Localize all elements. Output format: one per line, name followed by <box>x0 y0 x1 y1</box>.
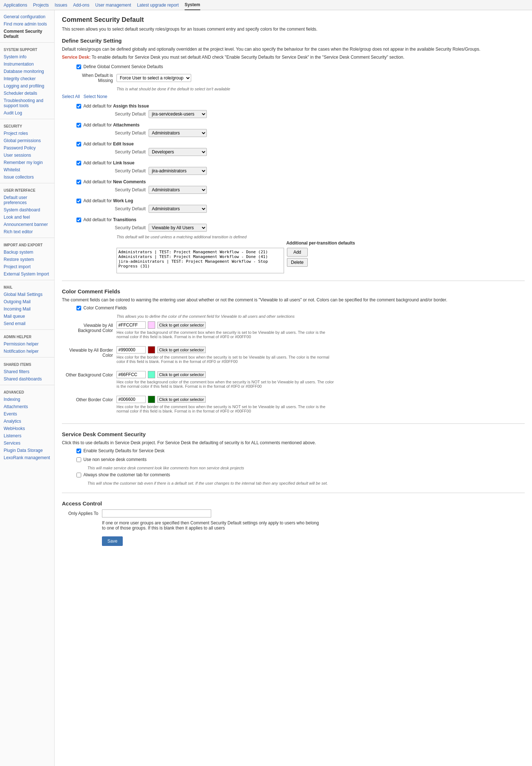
topnav-item-system[interactable]: System <box>185 0 200 10</box>
color-input-2[interactable] <box>117 371 146 378</box>
security-default-select-6[interactable]: Viewable by All Users <box>149 224 207 232</box>
security-item-checkbox-3[interactable] <box>76 161 81 165</box>
security-default-select-4[interactable]: Administrators <box>149 186 207 194</box>
sidebar-section-title: MAIL <box>0 282 54 291</box>
sidebar-divider <box>0 183 54 183</box>
security-item-checkbox-2[interactable] <box>76 142 81 146</box>
color-label-1: Viewable by All Border Color <box>62 346 113 358</box>
sidebar-link-database-monitoring[interactable]: Database monitoring <box>0 68 54 75</box>
select-all-link[interactable]: Select All <box>62 94 80 99</box>
sidebar-link-system-dashboard[interactable]: System dashboard <box>0 206 54 214</box>
color-picker-button-3[interactable]: Click to get color selector <box>157 396 206 403</box>
security-item-4: Add default for New CommentsSecurity Def… <box>62 179 525 194</box>
delete-transition-button[interactable]: Delete <box>287 258 308 267</box>
color-picker-button-2[interactable]: Click to get color selector <box>157 371 206 378</box>
sidebar-link-issue-collectors[interactable]: Issue collectors <box>0 173 54 181</box>
sidebar-link-troubleshooting-and-support-tools[interactable]: Troubleshooting and support tools <box>0 97 54 109</box>
sidebar-link-announcement-banner[interactable]: Announcement banner <box>0 221 54 228</box>
sidebar-link-analytics[interactable]: Analytics <box>0 418 54 425</box>
color-input-0[interactable] <box>117 321 146 329</box>
sidebar-link-user-sessions[interactable]: User sessions <box>0 152 54 159</box>
color-row-2: Other Background ColorClick to get color… <box>62 371 525 391</box>
sidebar-link-instrumentation[interactable]: Instrumentation <box>0 60 54 68</box>
sidebar-link-listeners[interactable]: Listeners <box>0 432 54 439</box>
color-input-3[interactable] <box>117 396 146 403</box>
global-comment-service-defaults-checkbox[interactable] <box>76 65 81 69</box>
sidebar-link-look-and-feel[interactable]: Look and feel <box>0 214 54 221</box>
topnav-item-latest-upgrade-report[interactable]: Latest upgrade report <box>137 0 179 10</box>
service-desk-checkbox-0[interactable] <box>76 449 81 453</box>
sidebar-link-logging-and-profiling[interactable]: Logging and profiling <box>0 82 54 90</box>
service-desk-checkbox-row-1: Use non service desk comments <box>76 457 525 462</box>
security-item-checkbox-5[interactable] <box>76 199 81 203</box>
sidebar-link-external-system-import[interactable]: External System Import <box>0 270 54 278</box>
sidebar-link-notification-helper[interactable]: Notification helper <box>0 348 54 355</box>
sidebar-link-integrity-checker[interactable]: Integrity checker <box>0 75 54 82</box>
sidebar-link-permission-helper[interactable]: Permission helper <box>0 340 54 348</box>
color-picker-button-1[interactable]: Click to get color selector <box>157 347 206 353</box>
select-none-link[interactable]: Select None <box>83 94 107 99</box>
security-default-row-0: Security Defaultjira-servicedesk-users <box>109 110 525 118</box>
sidebar-link-services[interactable]: Services <box>0 439 54 447</box>
sidebar-link-shared-filters[interactable]: Shared filters <box>0 368 54 375</box>
security-default-select-3[interactable]: jira-administrators <box>149 167 207 175</box>
service-desk-checkbox-2[interactable] <box>76 473 81 477</box>
sidebar-link-send-email[interactable]: Send email <box>0 320 54 327</box>
sidebar-link-rich-text-editor[interactable]: Rich text editor <box>0 228 54 235</box>
security-item-checkbox-0[interactable] <box>76 104 81 109</box>
sidebar-link-find-more-admin-tools[interactable]: Find more admin tools <box>0 20 54 28</box>
sidebar-link-restore-system[interactable]: Restore system <box>0 256 54 263</box>
sidebar-link-mail-queue[interactable]: Mail queue <box>0 313 54 320</box>
save-button[interactable]: Save <box>102 536 123 546</box>
security-item-checkbox-1[interactable] <box>76 123 81 128</box>
sidebar-link-backup-system[interactable]: Backup system <box>0 249 54 256</box>
sidebar-link-plugin-data-storage[interactable]: Plugin Data Storage <box>0 447 54 454</box>
topnav-item-user-management[interactable]: User management <box>95 0 131 10</box>
sidebar-link-default-user-preferences[interactable]: Default user preferences <box>0 194 54 206</box>
sidebar-link-indexing[interactable]: Indexing <box>0 396 54 403</box>
security-item-checkbox-4[interactable] <box>76 180 81 184</box>
sidebar-link-shared-dashboards[interactable]: Shared dashboards <box>0 375 54 383</box>
color-fields-checkbox[interactable] <box>76 306 81 310</box>
transition-area: This default will be used unless a match… <box>117 235 525 273</box>
topnav-item-applications[interactable]: Applications <box>4 0 27 10</box>
topnav-item-add-ons[interactable]: Add-ons <box>73 0 90 10</box>
color-value-group-1: Click to get color selectorHex color for… <box>117 346 335 367</box>
sidebar-link-general-configuration[interactable]: General configuration <box>0 13 54 20</box>
sidebar-link-password-policy[interactable]: Password Policy <box>0 144 54 152</box>
sidebar-link-audit-log[interactable]: Audit Log <box>0 109 54 117</box>
security-default-select-1[interactable]: Administrators <box>149 129 207 137</box>
sidebar-link-incoming-mail[interactable]: Incoming Mail <box>0 305 54 313</box>
sidebar-link-outgoing-mail[interactable]: Outgoing Mail <box>0 298 54 305</box>
sidebar-link-whitelist[interactable]: Whitelist <box>0 166 54 173</box>
sidebar-link-lexorank-management[interactable]: LexoRank management <box>0 454 54 461</box>
sidebar-link-attachments[interactable]: Attachments <box>0 403 54 410</box>
sidebar-link-project-import[interactable]: Project import <box>0 263 54 270</box>
color-picker-button-0[interactable]: Click to get color selector <box>157 322 206 328</box>
sidebar-link-remember-my-login[interactable]: Remember my login <box>0 159 54 166</box>
topnav-item-issues[interactable]: Issues <box>55 0 67 10</box>
security-item-checkbox-6[interactable] <box>76 218 81 222</box>
transition-textarea[interactable] <box>117 248 284 273</box>
sidebar-link-project-roles[interactable]: Project roles <box>0 130 54 137</box>
sidebar-link-events[interactable]: Events <box>0 410 54 418</box>
sidebar-link-global-permissions[interactable]: Global permissions <box>0 137 54 144</box>
topnav-item-projects[interactable]: Projects <box>33 0 49 10</box>
security-item-header-5: Add default for Work Log <box>76 198 525 203</box>
section-divider-3 <box>62 493 525 493</box>
sidebar-link-system-info[interactable]: System info <box>0 53 54 60</box>
security-default-select-0[interactable]: jira-servicedesk-users <box>149 110 207 118</box>
color-hint-3: Hex color for the border of the comment … <box>117 405 335 413</box>
service-desk-checkbox-1[interactable] <box>76 457 81 462</box>
sidebar-link-global-mail-settings[interactable]: Global Mail Settings <box>0 291 54 298</box>
security-default-select-2[interactable]: Developers <box>149 148 207 156</box>
sidebar-link-scheduler-details[interactable]: Scheduler details <box>0 90 54 97</box>
security-default-select-5[interactable]: Administrators <box>149 205 207 213</box>
add-transition-button[interactable]: Add <box>287 248 308 257</box>
access-control-input[interactable] <box>102 509 211 517</box>
sidebar-divider <box>0 385 54 385</box>
when-default-select[interactable]: Force User to select a role/group <box>117 74 191 82</box>
sidebar-link-webhooks[interactable]: WebHooks <box>0 425 54 432</box>
color-input-1[interactable] <box>117 346 146 353</box>
sidebar-link-comment-security-default[interactable]: Comment Security Default <box>0 28 54 40</box>
